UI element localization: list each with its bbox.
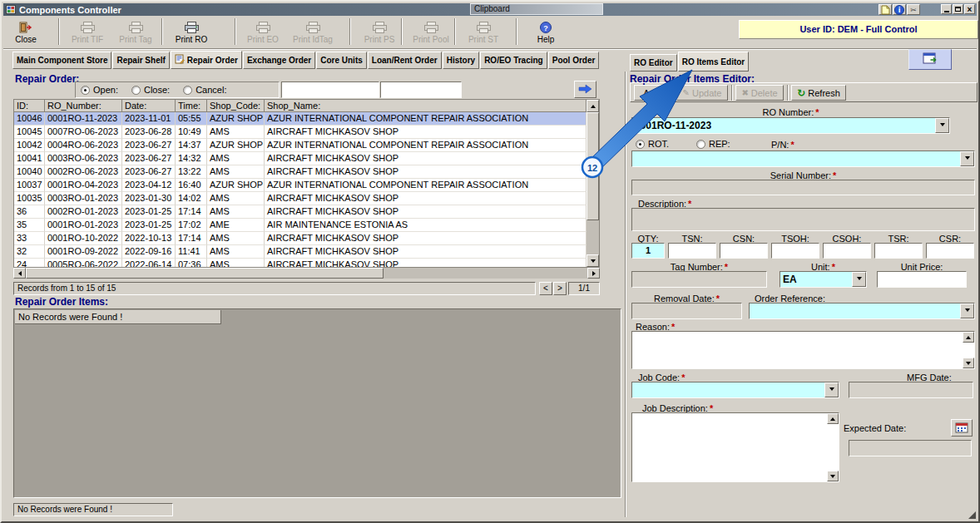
scroll-down-button[interactable] bbox=[963, 358, 974, 368]
table-row[interactable]: 330001RO-10-20222022-10-1317:14AMSAIRCRA… bbox=[14, 232, 587, 245]
column-header-shop-name[interactable]: Shop_Name: bbox=[265, 100, 587, 112]
toolbar-button-print-st[interactable]: Print ST bbox=[459, 17, 507, 47]
table-row[interactable]: 100460001RO-11-20232023-11-0105:55AZUR S… bbox=[14, 112, 587, 126]
minimize-button[interactable] bbox=[941, 4, 952, 14]
description-field[interactable] bbox=[631, 208, 975, 231]
tab-ro-items-editor[interactable]: RO Items Editor bbox=[678, 52, 750, 72]
next-page-button[interactable]: > bbox=[553, 282, 567, 295]
tab-loan-rent-order[interactable]: Loan/Rent Order bbox=[368, 52, 442, 69]
tag-number-field[interactable] bbox=[631, 271, 767, 288]
maximize-button[interactable] bbox=[953, 4, 963, 14]
unit-combo[interactable]: EA bbox=[780, 271, 867, 288]
horizontal-scrollbar[interactable] bbox=[13, 268, 600, 279]
toolbar-button-print-idtag[interactable]: Print IdTag bbox=[288, 17, 338, 47]
scroll-left-button[interactable] bbox=[13, 268, 26, 279]
add-button[interactable]: Add bbox=[634, 85, 669, 101]
dropdown-button[interactable] bbox=[824, 382, 839, 397]
csoh-field[interactable] bbox=[823, 243, 871, 259]
update-button[interactable]: ✎Update bbox=[676, 85, 728, 101]
dropdown-button[interactable] bbox=[960, 151, 974, 166]
filter-input-2[interactable] bbox=[380, 81, 462, 98]
tab-core-units[interactable]: Core Units bbox=[316, 52, 367, 69]
search-go-button[interactable] bbox=[574, 81, 596, 98]
tab-ro-editor[interactable]: RO Editor bbox=[630, 54, 677, 72]
tsoh-field[interactable] bbox=[771, 243, 819, 259]
serial-number-field[interactable] bbox=[631, 180, 975, 195]
dropdown-button[interactable] bbox=[852, 272, 866, 287]
column-header-ro-number[interactable]: RO_Number: bbox=[45, 100, 122, 112]
form-view-button[interactable] bbox=[908, 49, 952, 70]
vertical-scrollbar[interactable] bbox=[587, 100, 599, 267]
calendar-button[interactable] bbox=[951, 419, 973, 437]
rot-radio[interactable]: ROT. bbox=[636, 139, 669, 149]
scroll-up-button[interactable] bbox=[963, 332, 974, 343]
table-row[interactable]: 100370001RO-04-20232023-04-1216:40AZUR S… bbox=[14, 179, 587, 192]
dropdown-button[interactable] bbox=[935, 118, 949, 133]
toolbar-button-print-pool[interactable]: Print Pool bbox=[406, 17, 456, 47]
toolbar-button-print-tif[interactable]: Print TIF bbox=[65, 17, 110, 47]
pn-combo[interactable] bbox=[631, 150, 975, 167]
mfg-date-field[interactable] bbox=[849, 382, 973, 398]
clipboard-window-titlebar[interactable]: Clipboard bbox=[470, 3, 603, 15]
table-row[interactable]: 100400002RO-06-20232023-06-2713:22AMSAIR… bbox=[14, 165, 587, 179]
unit-price-field[interactable] bbox=[877, 271, 967, 288]
scroll-right-button[interactable] bbox=[587, 268, 600, 279]
scroll-down-button[interactable] bbox=[587, 254, 599, 267]
resize-grip[interactable] bbox=[968, 511, 976, 519]
filter-radio-close[interactable]: Close: bbox=[131, 85, 170, 95]
filter-radio-cancel[interactable]: Cancel: bbox=[183, 85, 226, 95]
column-header-time[interactable]: Time: bbox=[176, 100, 207, 112]
tab-history[interactable]: History bbox=[443, 52, 479, 69]
toolbar-button-print-eo[interactable]: Print EO bbox=[240, 17, 286, 47]
removal-date-field[interactable] bbox=[631, 303, 742, 319]
table-row[interactable]: 240005RO-06-20222022-06-1407:36AMSAIRCRA… bbox=[14, 259, 587, 267]
tsr-field[interactable] bbox=[874, 243, 923, 259]
delete-button[interactable]: ✖Delete bbox=[735, 85, 784, 101]
filter-input-1[interactable] bbox=[281, 81, 379, 98]
info-icon[interactable]: i bbox=[893, 4, 906, 15]
toolbar-button-print-tag[interactable]: Print Tag bbox=[113, 17, 158, 47]
table-row[interactable]: 100450007RO-06-20232023-06-2810:49AMSAIR… bbox=[14, 126, 587, 139]
tab-pool-order[interactable]: Pool Order bbox=[548, 52, 600, 69]
scrollbar-thumb[interactable] bbox=[26, 268, 384, 279]
order-reference-combo[interactable] bbox=[749, 303, 975, 319]
scrollbar-thumb[interactable] bbox=[587, 112, 599, 220]
table-row[interactable]: 100410003RO-06-20232023-06-2714:32AMSAIR… bbox=[14, 152, 587, 165]
csn-field[interactable] bbox=[720, 243, 768, 259]
toolbar-button-print-ro[interactable]: Print RO bbox=[166, 17, 216, 47]
tab-ro-eo-tracing[interactable]: RO/EO Tracing bbox=[480, 52, 547, 69]
tab-exchange-order[interactable]: Exchange Order bbox=[243, 52, 315, 69]
scroll-up-button[interactable] bbox=[827, 413, 839, 424]
toolbar-button-close[interactable]: Close bbox=[7, 17, 45, 47]
filter-radio-open[interactable]: Open: bbox=[81, 85, 118, 95]
scissors-icon[interactable]: ✂ bbox=[907, 4, 920, 15]
rep-radio[interactable]: REP: bbox=[696, 139, 730, 149]
column-header-date[interactable]: Date: bbox=[122, 100, 176, 112]
tab-repair-order[interactable]: Repair Order bbox=[171, 51, 242, 69]
prev-page-button[interactable]: < bbox=[539, 282, 552, 295]
csr-field[interactable] bbox=[926, 243, 974, 259]
table-row[interactable]: 100420004RO-06-20232023-06-2714:37AZUR S… bbox=[14, 139, 587, 152]
table-row[interactable]: 100350003RO-01-20232023-01-3014:02AMSAIR… bbox=[14, 192, 587, 205]
qty-field[interactable]: 1 bbox=[631, 243, 665, 259]
job-code-combo[interactable] bbox=[631, 382, 839, 398]
page-icon[interactable] bbox=[879, 4, 892, 15]
expected-date-field[interactable] bbox=[849, 440, 972, 456]
table-row[interactable]: 360002RO-01-20232023-01-2517:14AMSAIRCRA… bbox=[14, 205, 587, 219]
close-window-button[interactable]: × bbox=[964, 4, 975, 14]
refresh-button[interactable]: ↻Refresh bbox=[791, 85, 846, 101]
scroll-up-button[interactable] bbox=[587, 100, 599, 112]
column-header-id[interactable]: ID: bbox=[14, 100, 45, 112]
tab-main-component-store[interactable]: Main Component Store bbox=[12, 52, 111, 69]
job-description-field[interactable] bbox=[631, 412, 839, 482]
table-row[interactable]: 350001RO-01-20232023-01-2517:02AMEAIR MA… bbox=[14, 219, 587, 232]
tsn-field[interactable] bbox=[668, 243, 716, 259]
reason-field[interactable] bbox=[631, 331, 975, 369]
scroll-down-button[interactable] bbox=[827, 471, 839, 481]
dropdown-button[interactable] bbox=[960, 303, 974, 318]
toolbar-button-print-ps[interactable]: Print PS bbox=[356, 17, 403, 47]
toolbar-button-help[interactable]: ?Help bbox=[522, 17, 569, 47]
ro-number-combo[interactable]: 0001RO-11-2023 bbox=[631, 117, 950, 134]
table-row[interactable]: 320001RO-09-20222022-09-1611:41AMSAIRCRA… bbox=[14, 245, 587, 259]
column-header-shop-code[interactable]: Shop_Code: bbox=[207, 100, 265, 112]
